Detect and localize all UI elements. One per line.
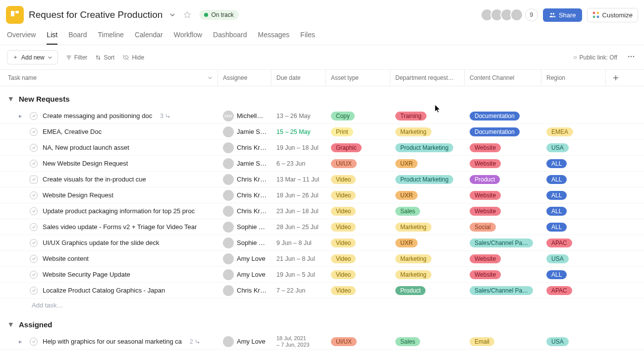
- due-date[interactable]: 6 – 23 Jun: [271, 156, 326, 171]
- asset-type-tag[interactable]: Copy: [331, 112, 355, 120]
- tab-timeline[interactable]: Timeline: [98, 31, 124, 45]
- add-column-button[interactable]: [606, 70, 626, 86]
- asset-type-tag[interactable]: Video: [331, 223, 356, 232]
- task-row[interactable]: EMEA, Creative Doc Jamie Staples 15 – 25…: [0, 124, 644, 140]
- task-title[interactable]: Website Design Request: [43, 191, 113, 199]
- star-icon[interactable]: [182, 10, 192, 20]
- section-new-requests[interactable]: ▾ New Requests: [0, 86, 644, 108]
- complete-checkbox[interactable]: [30, 176, 38, 183]
- asset-type-tag[interactable]: UI/UX: [331, 337, 357, 346]
- asset-type-tag[interactable]: Video: [331, 286, 356, 295]
- tab-messages[interactable]: Messages: [258, 31, 290, 45]
- expand-subtasks-icon[interactable]: ▸: [19, 338, 25, 345]
- department-tag[interactable]: Product: [395, 286, 426, 295]
- col-due-date[interactable]: Due date: [271, 70, 326, 86]
- department-tag[interactable]: Training: [395, 112, 427, 120]
- department-tag[interactable]: Product Marketing: [395, 143, 453, 152]
- sort-button[interactable]: Sort: [95, 54, 114, 61]
- channel-tag[interactable]: Documentation: [470, 112, 520, 120]
- asset-type-tag[interactable]: Graphic: [331, 143, 362, 152]
- task-title[interactable]: Sales video update - Forms v2 + Triage f…: [43, 223, 197, 231]
- avatar-overflow-count[interactable]: 9: [525, 8, 538, 21]
- asset-type-tag[interactable]: Print: [331, 127, 353, 136]
- region-tag[interactable]: USA: [546, 143, 569, 152]
- col-asset-type[interactable]: Asset type: [326, 70, 390, 86]
- col-department[interactable]: Department request…: [390, 70, 465, 86]
- tab-board[interactable]: Board: [68, 31, 87, 45]
- region-tag[interactable]: ALL: [546, 223, 567, 232]
- channel-tag[interactable]: Email: [470, 337, 494, 346]
- due-date[interactable]: 18 Jul, 2021– 7 Jun, 2023: [271, 334, 326, 349]
- task-title[interactable]: Create messaging and positioning doc: [43, 112, 152, 120]
- region-tag[interactable]: ALL: [546, 191, 567, 200]
- department-tag[interactable]: UXR: [395, 239, 418, 247]
- asset-type-tag[interactable]: Video: [331, 254, 356, 263]
- assignee-cell[interactable]: Jamie Staples: [218, 124, 271, 139]
- channel-tag[interactable]: Sales/Channel Pa…: [470, 286, 533, 295]
- due-date[interactable]: 7 – 22 Jun: [271, 283, 326, 298]
- due-date[interactable]: 19 Jun – 18 Jul: [271, 140, 326, 155]
- region-tag[interactable]: APAC: [546, 286, 572, 295]
- assignee-cell[interactable]: MW Michelle We…: [218, 108, 271, 123]
- channel-tag[interactable]: Website: [470, 143, 501, 152]
- asset-type-tag[interactable]: UI/UX: [331, 159, 357, 168]
- col-task-name[interactable]: Task name: [0, 70, 218, 86]
- status-pill[interactable]: On track: [199, 10, 238, 20]
- task-title[interactable]: Website content: [43, 255, 89, 262]
- task-title[interactable]: Create visuals for the in-product cue: [43, 176, 146, 183]
- due-date[interactable]: 9 Jun – 8 Jul: [271, 235, 326, 250]
- due-date[interactable]: 19 Jun – 5 Jul: [271, 267, 326, 282]
- task-row[interactable]: Create visuals for the in-product cue Ch…: [0, 172, 644, 187]
- region-tag[interactable]: ALL: [546, 159, 567, 168]
- assignee-cell[interactable]: Amy Love: [218, 334, 271, 349]
- department-tag[interactable]: UXR: [395, 191, 418, 200]
- tab-list[interactable]: List: [47, 31, 57, 45]
- channel-tag[interactable]: Website: [470, 207, 501, 216]
- due-date[interactable]: 13 – 26 May: [271, 108, 326, 123]
- task-title[interactable]: Localize Product Catalog Graphics - Japa…: [43, 287, 165, 294]
- complete-checkbox[interactable]: [30, 223, 38, 231]
- region-tag[interactable]: USA: [546, 254, 569, 263]
- add-task-input[interactable]: Add task…: [0, 299, 644, 312]
- complete-checkbox[interactable]: [30, 207, 38, 215]
- col-content-channel[interactable]: Content Channel: [465, 70, 541, 86]
- task-row[interactable]: New Website Design Request Jamie Staples…: [0, 156, 644, 172]
- department-tag[interactable]: Sales: [395, 207, 420, 216]
- task-title[interactable]: EMEA, Creative Doc: [43, 128, 102, 135]
- department-tag[interactable]: Marketing: [395, 254, 431, 263]
- assignee-cell[interactable]: Sophie Cha…: [218, 219, 271, 235]
- department-tag[interactable]: Marketing: [395, 223, 431, 232]
- channel-tag[interactable]: Social: [470, 223, 496, 232]
- section-collapse-icon[interactable]: ▾: [7, 94, 15, 103]
- department-tag[interactable]: UXR: [395, 159, 418, 168]
- tab-calendar[interactable]: Calendar: [135, 31, 163, 45]
- task-row[interactable]: ▸ Help with graphics for our seasonal ma…: [0, 334, 644, 350]
- complete-checkbox[interactable]: [30, 338, 38, 346]
- department-tag[interactable]: Marketing: [395, 127, 431, 136]
- task-row[interactable]: Website content Amy Love 21 Jun – 8 Jul …: [0, 251, 644, 267]
- asset-type-tag[interactable]: Video: [331, 239, 356, 247]
- department-tag[interactable]: Marketing: [395, 270, 431, 279]
- complete-checkbox[interactable]: [30, 128, 38, 136]
- due-date[interactable]: 18 Jun – 26 Jul: [271, 187, 326, 203]
- assignee-cell[interactable]: Chris Krutz…: [218, 172, 271, 187]
- channel-tag[interactable]: Sales/Channel Pa…: [470, 239, 533, 247]
- task-row[interactable]: NA, New product launch asset Chris Krutz…: [0, 140, 644, 156]
- channel-tag[interactable]: Product: [470, 175, 500, 184]
- task-row[interactable]: Localize Product Catalog Graphics - Japa…: [0, 283, 644, 299]
- customize-button[interactable]: Customize: [587, 8, 638, 22]
- channel-tag[interactable]: Documentation: [470, 127, 520, 136]
- add-new-button[interactable]: ＋ Add new: [7, 50, 58, 64]
- complete-checkbox[interactable]: [30, 271, 38, 279]
- region-tag[interactable]: ALL: [546, 175, 567, 184]
- asset-type-tag[interactable]: Video: [331, 270, 356, 279]
- complete-checkbox[interactable]: [30, 239, 38, 247]
- task-title[interactable]: New Website Design Request: [43, 160, 128, 167]
- task-title[interactable]: UI/UX Graphics update for the slide deck: [43, 239, 160, 246]
- department-tag[interactable]: Product Marketing: [395, 175, 453, 184]
- assignee-cell[interactable]: Chris Krutz…: [218, 283, 271, 298]
- complete-checkbox[interactable]: [30, 191, 38, 199]
- col-assignee[interactable]: Assignee: [218, 70, 271, 86]
- complete-checkbox[interactable]: [30, 287, 38, 295]
- region-tag[interactable]: USA: [546, 337, 569, 346]
